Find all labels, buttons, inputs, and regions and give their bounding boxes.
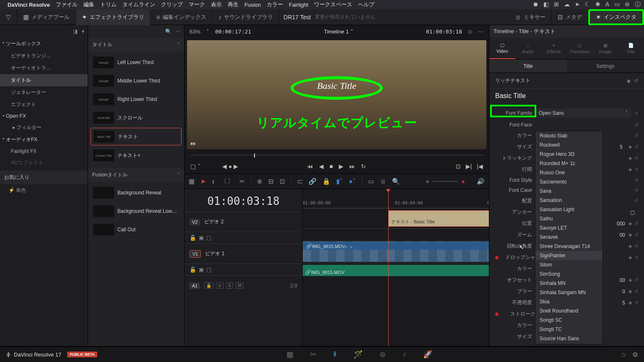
reset-icon[interactable]: ↺ bbox=[634, 155, 638, 161]
font-option[interactable]: Silom bbox=[535, 260, 602, 269]
send-icon[interactable]: ➤ bbox=[575, 1, 580, 8]
bypass-icon[interactable]: ⊙ bbox=[468, 28, 473, 35]
font-option[interactable]: Rounded M+ 1c bbox=[535, 159, 602, 168]
title-text-basic[interactable]: Basic Titleテキスト bbox=[91, 128, 182, 145]
prev-frame-button[interactable]: ◀ bbox=[319, 163, 324, 170]
menu-timeline[interactable]: タイムライン bbox=[122, 1, 155, 8]
font-option[interactable]: Skia bbox=[535, 297, 602, 306]
tree-audio-transitions[interactable]: オーディオトラ… bbox=[0, 62, 88, 74]
tab-image[interactable]: ▦Image bbox=[592, 38, 618, 59]
keyframe-icon[interactable]: ◆ bbox=[628, 144, 632, 150]
disable-icon[interactable]: ▢ bbox=[206, 235, 211, 241]
tree-generators[interactable]: ジェネレーター bbox=[0, 86, 88, 98]
lock-icon[interactable]: 🔒 bbox=[322, 178, 330, 185]
lock-icon[interactable]: 🔓 bbox=[190, 266, 196, 273]
keyframe-icon[interactable]: ◆ bbox=[628, 232, 632, 238]
timeline-name[interactable]: Timeline 1 ˅ bbox=[324, 28, 353, 35]
effect-library-button[interactable]: ✦エフェクトライブラリ bbox=[76, 9, 151, 25]
search-icon[interactable]: 🔍 bbox=[165, 28, 171, 34]
tree-video-transitions[interactable]: ビデオトランジ… bbox=[0, 50, 88, 62]
font-option[interactable]: Sansation Light bbox=[535, 205, 602, 214]
font-family-dropdown[interactable]: Roboto Slab Rockwell Rogue Hero 3D Round… bbox=[535, 131, 603, 344]
v1-lane[interactable]: 🔗 IMG_8815.MOV⬦ ⬦ bbox=[303, 240, 489, 263]
title-clip[interactable]: テキスト - Basic Title bbox=[388, 210, 489, 227]
chevron-down-icon[interactable]: ˅ bbox=[206, 28, 209, 35]
titles-header[interactable]: タイトル˄ bbox=[88, 38, 184, 52]
link-icon[interactable]: 🔗 bbox=[309, 178, 317, 185]
favorite-solid-color[interactable]: 単色 bbox=[0, 184, 88, 197]
menu-playback[interactable]: 再生 bbox=[228, 1, 239, 8]
page-fairlight[interactable]: ♪ bbox=[402, 350, 406, 359]
replace-button[interactable]: ⊡ bbox=[280, 178, 285, 185]
timeline-timecode[interactable]: 01:00:03:18 bbox=[184, 189, 302, 212]
solo-button[interactable]: S bbox=[226, 282, 233, 289]
fusion-call-out[interactable]: Call Out bbox=[91, 221, 182, 238]
viewer-scrubber[interactable] bbox=[190, 152, 484, 159]
blade-tool[interactable]: ✂ bbox=[239, 178, 245, 185]
font-option[interactable]: Sansation bbox=[535, 196, 602, 205]
font-option[interactable]: Sinhala Sangam MN bbox=[535, 288, 602, 297]
dynamic-trim-tool[interactable]: 〔〕 bbox=[221, 177, 234, 185]
rich-text-section[interactable]: リッチテキスト◆↺ bbox=[489, 73, 644, 89]
title-text-input[interactable]: Basic Title bbox=[489, 89, 644, 106]
track-v1-header[interactable]: V1 ビデオ 1 bbox=[184, 243, 302, 264]
inspector-button[interactable]: ✶インスペクタ bbox=[588, 9, 644, 25]
font-option[interactable]: Seravek bbox=[535, 233, 602, 242]
skip-forward-icon[interactable]: ⏭ bbox=[190, 140, 196, 147]
next-frame-button[interactable]: ⏭ bbox=[349, 163, 355, 170]
menu-fairlight[interactable]: Fairlight bbox=[289, 2, 308, 8]
enable-dot[interactable] bbox=[495, 313, 499, 316]
next-clip-icon[interactable]: ▶| bbox=[466, 163, 472, 170]
a1-lane[interactable]: 🔗 IMG_8815.MOV bbox=[303, 263, 489, 278]
zoom-slider[interactable] bbox=[433, 181, 458, 182]
edit-index-button[interactable]: ≡編集インデックス bbox=[151, 9, 213, 25]
timeline-ruler[interactable]: 01:00:00:00 01:00:04:00 01:00:08:00 01:0… bbox=[303, 189, 489, 208]
tree-effects[interactable]: エフェクト bbox=[0, 98, 88, 111]
keyframe-icon[interactable]: ◆ bbox=[628, 221, 632, 226]
zoom-in-dot[interactable]: ● bbox=[461, 178, 465, 185]
insert-button[interactable]: ⊕ bbox=[257, 178, 262, 185]
tree-au-effects[interactable]: AUエフェクト bbox=[0, 157, 88, 169]
fusion-titles-header[interactable]: Fusionタイトル˄ bbox=[88, 168, 184, 182]
lock-icon[interactable]: 🔓 bbox=[190, 235, 196, 241]
zoom-out-dot[interactable]: ● bbox=[426, 178, 429, 185]
menu-edit[interactable]: 編集 bbox=[83, 1, 94, 8]
media-pool-button[interactable]: ▦メディアプール bbox=[17, 9, 76, 25]
tab-video[interactable]: ▢Video bbox=[489, 38, 515, 59]
program-viewer[interactable]: Basic Title リアルタイムでプレビュー ⏭ bbox=[187, 40, 486, 149]
font-option-signpainter[interactable]: SignPainter bbox=[535, 251, 602, 260]
tree-openfx[interactable]: Open FX bbox=[0, 111, 88, 122]
tree-fairlight-fx[interactable]: Fairlight FX bbox=[0, 146, 88, 157]
title-text-plus[interactable]: Custom Titleテキスト+ bbox=[91, 147, 182, 164]
record-icon[interactable]: ⏺ bbox=[532, 1, 538, 8]
keyframe-icon[interactable]: ◆ bbox=[628, 155, 632, 161]
font-option[interactable]: Snell Roundhand bbox=[535, 306, 602, 315]
tab-effects[interactable]: ✦Effects bbox=[541, 38, 567, 59]
font-option[interactable]: SimSong bbox=[535, 269, 602, 279]
lock-icon[interactable]: 🔓 bbox=[204, 282, 213, 289]
trim-tool[interactable]: ⫾ bbox=[212, 178, 215, 185]
title-middle-lower-third[interactable]: SampleMiddle Lower Third bbox=[91, 72, 182, 89]
subtab-title[interactable]: Title bbox=[489, 59, 567, 72]
reset-icon[interactable]: ↺ bbox=[634, 144, 638, 150]
keyframe-icon[interactable]: ◆ bbox=[628, 167, 632, 172]
font-option[interactable]: Russo One bbox=[535, 168, 602, 177]
mute-button[interactable]: M bbox=[236, 282, 243, 289]
v2-lane[interactable]: テキスト - Basic Title bbox=[303, 208, 489, 228]
bluetooth-icon[interactable]: ✱ bbox=[595, 1, 600, 8]
font-option[interactable]: Source Han Sans bbox=[535, 334, 602, 343]
project-settings-icon[interactable]: ⚙ bbox=[632, 351, 638, 359]
home-icon[interactable]: ⌂ bbox=[621, 351, 626, 359]
font-option[interactable]: Songti TC bbox=[535, 325, 602, 334]
page-media[interactable]: ▦ bbox=[286, 350, 293, 359]
font-option[interactable]: Sathu bbox=[535, 214, 602, 223]
page-deliver[interactable]: 🚀 bbox=[423, 350, 432, 359]
title-left-lower-third[interactable]: SampleLeft Lower Third bbox=[91, 54, 182, 71]
index-icon[interactable]: ▭ bbox=[368, 178, 374, 185]
reset-icon[interactable]: ↺ bbox=[634, 243, 638, 249]
battery-icon[interactable]: ▭ bbox=[614, 1, 620, 8]
auto-select-icon[interactable]: ▣ bbox=[199, 235, 204, 241]
keyframe-icon[interactable]: ◆ bbox=[627, 78, 631, 84]
grid-icon[interactable]: ⊞ bbox=[554, 1, 559, 8]
timeline-view-icon[interactable]: ▦ bbox=[189, 178, 195, 185]
